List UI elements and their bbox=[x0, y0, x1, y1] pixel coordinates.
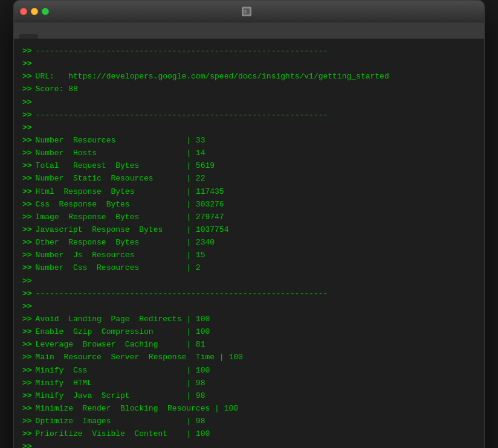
terminal-window: $ >>------------------------------------… bbox=[13, 0, 485, 448]
terminal-line: >>Minify Java Script | 98 bbox=[22, 390, 476, 402]
line-content: Html Response Bytes | 117435 bbox=[36, 186, 224, 198]
terminal-body[interactable]: >>--------------------------------------… bbox=[14, 39, 484, 448]
terminal-line: >>Html Response Bytes | 117435 bbox=[22, 186, 476, 198]
prompt-symbol: >> bbox=[22, 249, 32, 261]
terminal-line: >>Number Js Resources | 15 bbox=[22, 249, 476, 261]
terminal-line: >> bbox=[22, 97, 476, 109]
terminal-line: >>Main Resource Server Response Time | 1… bbox=[22, 351, 476, 363]
prompt-symbol: >> bbox=[22, 326, 32, 338]
terminal-line: >>Prioritize Visible Content | 100 bbox=[22, 428, 476, 440]
line-content: URL: https://developers.google.com/speed… bbox=[36, 71, 389, 83]
tab-bar bbox=[14, 22, 484, 39]
terminal-line: >>--------------------------------------… bbox=[22, 109, 476, 121]
terminal-line: >>Other Response Bytes | 2340 bbox=[22, 237, 476, 249]
prompt-symbol: >> bbox=[22, 365, 32, 377]
terminal-line: >> bbox=[22, 301, 476, 313]
prompt-symbol: >> bbox=[22, 351, 32, 363]
prompt-symbol: >> bbox=[22, 147, 32, 159]
prompt-symbol: >> bbox=[22, 275, 32, 287]
maximize-button[interactable] bbox=[42, 8, 49, 15]
line-content: Minify Java Script | 98 bbox=[36, 390, 205, 402]
line-content: Total Request Bytes | 5619 bbox=[36, 160, 215, 172]
terminal-line: >>Enable Gzip Compression | 100 bbox=[22, 326, 476, 338]
terminal-line: >>--------------------------------------… bbox=[22, 288, 476, 300]
prompt-symbol: >> bbox=[22, 97, 32, 109]
line-content: Optimize Images | 98 bbox=[36, 415, 205, 427]
terminal-line: >>Number Resources | 33 bbox=[22, 135, 476, 147]
terminal-line: >>Number Static Resources | 22 bbox=[22, 173, 476, 185]
prompt-symbol: >> bbox=[22, 122, 32, 134]
prompt-symbol: >> bbox=[22, 441, 32, 448]
terminal-line: >>Total Request Bytes | 5619 bbox=[22, 160, 476, 172]
prompt-symbol: >> bbox=[22, 71, 32, 83]
prompt-symbol: >> bbox=[22, 45, 32, 57]
line-content: ----------------------------------------… bbox=[36, 45, 328, 57]
line-content: ----------------------------------------… bbox=[36, 109, 328, 121]
prompt-symbol: >> bbox=[22, 173, 32, 185]
terminal-line: >>Javascript Response Bytes | 1037754 bbox=[22, 224, 476, 236]
prompt-symbol: >> bbox=[22, 377, 32, 389]
terminal-line: >>Score: 88 bbox=[22, 83, 476, 95]
terminal-line: >> bbox=[22, 275, 476, 287]
line-content: Prioritize Visible Content | 100 bbox=[36, 428, 210, 440]
prompt-symbol: >> bbox=[22, 288, 32, 300]
terminal-line: >>Leverage Browser Caching | 81 bbox=[22, 339, 476, 351]
prompt-symbol: >> bbox=[22, 186, 32, 198]
line-content: Avoid Landing Page Redirects | 100 bbox=[36, 313, 210, 325]
prompt-symbol: >> bbox=[22, 211, 32, 223]
terminal-line: >>Number Hosts | 14 bbox=[22, 147, 476, 159]
line-content: Minify Css | 100 bbox=[36, 365, 210, 377]
prompt-symbol: >> bbox=[22, 224, 32, 236]
line-content: Javascript Response Bytes | 1037754 bbox=[36, 224, 229, 236]
terminal-line: >> bbox=[22, 58, 476, 70]
titlebar-center: $ bbox=[242, 7, 256, 16]
titlebar: $ bbox=[14, 1, 484, 22]
line-content: Score: 88 bbox=[36, 83, 78, 95]
terminal-line: >>Image Response Bytes | 279747 bbox=[22, 211, 476, 223]
prompt-symbol: >> bbox=[22, 83, 32, 95]
line-content: ----------------------------------------… bbox=[36, 288, 328, 300]
prompt-symbol: >> bbox=[22, 415, 32, 427]
active-tab[interactable] bbox=[19, 34, 38, 39]
traffic-lights[interactable] bbox=[20, 8, 49, 15]
line-content: Number Js Resources | 15 bbox=[36, 249, 205, 261]
prompt-symbol: >> bbox=[22, 403, 32, 415]
line-content: Image Response Bytes | 279747 bbox=[36, 211, 224, 223]
prompt-symbol: >> bbox=[22, 313, 32, 325]
line-content: Main Resource Server Response Time | 100 bbox=[36, 351, 243, 363]
prompt-symbol: >> bbox=[22, 135, 32, 147]
prompt-symbol: >> bbox=[22, 262, 32, 274]
svg-text:$: $ bbox=[244, 10, 247, 14]
prompt-symbol: >> bbox=[22, 301, 32, 313]
line-content: Number Css Resources | 2 bbox=[36, 262, 201, 274]
line-content: Leverage Browser Caching | 81 bbox=[36, 339, 205, 351]
line-content: Css Response Bytes | 303276 bbox=[36, 199, 224, 211]
minimize-button[interactable] bbox=[31, 8, 38, 15]
terminal-line: >> bbox=[22, 441, 476, 448]
line-content: Enable Gzip Compression | 100 bbox=[36, 326, 210, 338]
line-content: Number Hosts | 14 bbox=[36, 147, 205, 159]
line-content: Minimize Render Blocking Resources | 100 bbox=[36, 403, 238, 415]
terminal-line: >>Optimize Images | 98 bbox=[22, 415, 476, 427]
terminal-line: >>Css Response Bytes | 303276 bbox=[22, 199, 476, 211]
prompt-symbol: >> bbox=[22, 339, 32, 351]
terminal-line: >>Minimize Render Blocking Resources | 1… bbox=[22, 403, 476, 415]
prompt-symbol: >> bbox=[22, 390, 32, 402]
close-button[interactable] bbox=[20, 8, 27, 15]
terminal-line: >>URL: https://developers.google.com/spe… bbox=[22, 71, 476, 83]
line-content: Minify HTML | 98 bbox=[36, 377, 205, 389]
prompt-symbol: >> bbox=[22, 199, 32, 211]
prompt-symbol: >> bbox=[22, 428, 32, 440]
terminal-line: >> bbox=[22, 122, 476, 134]
line-content: Other Response Bytes | 2340 bbox=[36, 237, 215, 249]
prompt-symbol: >> bbox=[22, 58, 32, 70]
prompt-symbol: >> bbox=[22, 109, 32, 121]
line-content: Number Static Resources | 22 bbox=[36, 173, 205, 185]
terminal-line: >>Minify HTML | 98 bbox=[22, 377, 476, 389]
prompt-symbol: >> bbox=[22, 160, 32, 172]
terminal-line: >>Minify Css | 100 bbox=[22, 365, 476, 377]
terminal-line: >>Number Css Resources | 2 bbox=[22, 262, 476, 274]
line-content: Number Resources | 33 bbox=[36, 135, 205, 147]
terminal-line: >>--------------------------------------… bbox=[22, 45, 476, 57]
terminal-icon: $ bbox=[242, 7, 251, 16]
